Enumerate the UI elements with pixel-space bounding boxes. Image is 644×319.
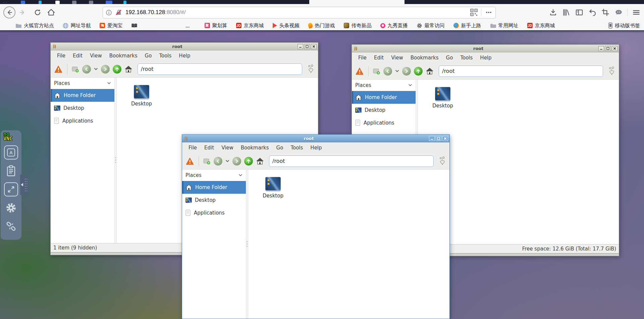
menu-edit[interactable]: Edit: [201, 145, 218, 151]
pointer-tool-icon[interactable]: [608, 66, 615, 76]
close-button[interactable]: [442, 136, 448, 141]
menu-edit[interactable]: Edit: [370, 55, 387, 61]
bookmark-item[interactable]: 热门游戏: [308, 22, 335, 29]
bookmark-item[interactable]: 头条视频: [273, 22, 300, 29]
minimize-button[interactable]: [598, 46, 604, 51]
settings-button[interactable]: [4, 201, 18, 215]
tab-favicon[interactable]: [106, 1, 112, 4]
bookmarks-overflow-indicator[interactable]: ...: [185, 23, 190, 29]
places-header[interactable]: Places: [182, 170, 246, 181]
minimize-button[interactable]: [298, 44, 303, 49]
titlebar[interactable]: root: [352, 45, 619, 52]
up-button[interactable]: [244, 157, 253, 166]
sidebar-item-applications[interactable]: Applications: [51, 115, 114, 127]
home-button[interactable]: [124, 65, 132, 73]
file-manager-window-3[interactable]: root File Edit View Bookmarks Go Tools H…: [182, 134, 450, 319]
page-actions-icon[interactable]: [485, 8, 493, 16]
qr-code-icon[interactable]: [470, 9, 478, 16]
sidebar-item-home-folder[interactable]: Home Folder: [352, 91, 416, 104]
fullscreen-button[interactable]: [4, 182, 18, 196]
tab-favicon[interactable]: [55, 1, 60, 4]
history-dropdown-icon[interactable]: [225, 160, 229, 163]
menu-go[interactable]: Go: [141, 53, 156, 59]
menu-go[interactable]: Go: [273, 145, 287, 151]
reload-button[interactable]: [33, 9, 42, 16]
back-button[interactable]: [383, 67, 392, 76]
bookmark-item[interactable]: 淘爱淘宝: [100, 22, 122, 29]
minimize-button[interactable]: [429, 136, 435, 141]
chat-extension-icon[interactable]: [614, 8, 623, 17]
file-view[interactable]: Desktop: [248, 170, 449, 319]
bookmark-item[interactable]: 最常访问: [417, 22, 445, 29]
close-button[interactable]: [311, 44, 317, 49]
back-button[interactable]: [82, 65, 91, 74]
sidebar-item-desktop[interactable]: Desktop: [182, 194, 246, 207]
bookmark-item[interactable]: JD京东商城: [236, 22, 264, 29]
tab-favicon[interactable]: [89, 1, 93, 4]
path-input[interactable]: [138, 63, 302, 75]
bookmark-item[interactable]: 聚聚划算: [205, 22, 227, 29]
pointer-tool-icon[interactable]: [307, 64, 315, 74]
menu-help[interactable]: Help: [307, 145, 325, 151]
menu-go[interactable]: Go: [442, 55, 457, 61]
new-tab-icon[interactable]: [72, 66, 79, 73]
places-header[interactable]: Places: [51, 78, 114, 89]
menu-help[interactable]: Help: [476, 55, 495, 61]
maximize-button[interactable]: [436, 136, 441, 141]
tab-favicon[interactable]: [21, 1, 25, 4]
maximize-button[interactable]: [605, 46, 611, 51]
library-icon[interactable]: [562, 8, 571, 17]
sidebar-toggle-icon[interactable]: [575, 8, 584, 17]
pane-splitter[interactable]: [246, 170, 248, 319]
titlebar[interactable]: root: [51, 43, 318, 50]
bookmark-item[interactable]: 网址导航: [63, 22, 91, 29]
history-dropdown-icon[interactable]: [395, 70, 399, 73]
menu-bookmarks[interactable]: Bookmarks: [237, 145, 273, 151]
pane-splitter[interactable]: [114, 78, 117, 243]
disconnect-button[interactable]: [4, 219, 18, 233]
sidebar-item-home-folder[interactable]: Home Folder: [182, 181, 246, 194]
history-dropdown-icon[interactable]: [94, 68, 98, 71]
back-button[interactable]: [3, 6, 15, 18]
forward-button[interactable]: [101, 65, 110, 74]
tab-favicon[interactable]: [39, 1, 42, 4]
pointer-tool-icon[interactable]: [439, 156, 446, 166]
menu-tools[interactable]: Tools: [287, 145, 307, 151]
vnc-desktop[interactable]: root File Edit View Bookmarks Go Tools H…: [0, 31, 644, 319]
sidebar-item-applications[interactable]: Applications: [352, 117, 416, 129]
close-button[interactable]: [612, 46, 618, 51]
menu-view[interactable]: View: [387, 55, 407, 61]
menu-bookmarks[interactable]: Bookmarks: [407, 55, 442, 61]
tab-strip[interactable]: ···: [0, 0, 644, 4]
undo-icon[interactable]: [588, 8, 597, 17]
menu-file[interactable]: File: [53, 53, 69, 59]
titlebar[interactable]: root: [182, 135, 449, 142]
bookmark-item[interactable]: 九秀直播: [380, 22, 408, 29]
home-button[interactable]: [256, 157, 264, 165]
up-button[interactable]: [414, 67, 423, 76]
bookmark-item[interactable]: [131, 23, 140, 28]
home-button[interactable]: [46, 9, 56, 16]
url-bar[interactable]: 192.168.70.128:8080/#/: [103, 7, 496, 18]
url-text[interactable]: 192.168.70.128:8080/#/: [125, 9, 186, 16]
tab-favicon[interactable]: [123, 1, 126, 4]
file-item-desktop[interactable]: Desktop: [129, 85, 154, 107]
menu-edit[interactable]: Edit: [69, 53, 86, 59]
bookmark-item[interactable]: 传奇新品: [344, 22, 372, 29]
new-tab-icon[interactable]: [373, 68, 380, 75]
file-item-desktop[interactable]: Desktop: [260, 177, 286, 199]
home-button[interactable]: [426, 67, 434, 75]
control-bar-handle[interactable]: [20, 175, 28, 195]
download-icon[interactable]: [549, 8, 557, 17]
menu-tools[interactable]: Tools: [457, 55, 476, 61]
sidebar-item-desktop[interactable]: Desktop: [352, 104, 416, 117]
screenshot-crop-icon[interactable]: [601, 8, 610, 17]
active-tab[interactable]: [309, 0, 405, 4]
path-input[interactable]: [439, 65, 603, 77]
bookmark-item[interactable]: 火狐官方站点: [15, 22, 54, 29]
back-button[interactable]: [214, 157, 222, 166]
menu-bookmarks[interactable]: Bookmarks: [106, 53, 141, 59]
mobile-bookmarks-item[interactable]: 移动版书签: [608, 22, 640, 29]
insecure-lock-icon[interactable]: [115, 9, 122, 16]
places-header[interactable]: Places: [352, 80, 416, 91]
